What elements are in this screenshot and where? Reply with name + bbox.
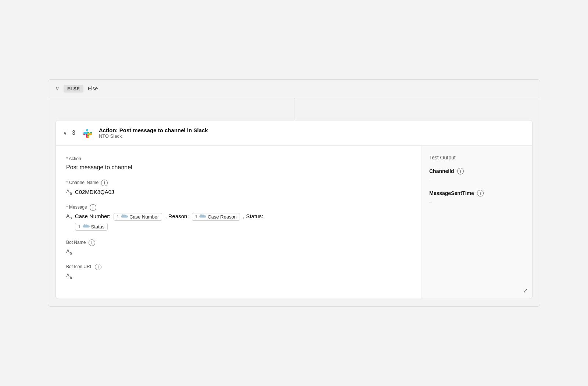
bot-icon-url-aa-icon: Aa [66,273,72,279]
card-subtitle: NTO Slack [99,133,208,139]
else-chevron[interactable]: ∨ [55,86,59,91]
action-label: * Action [66,156,411,161]
pill-case-number-label: Case Number [129,214,159,220]
bot-icon-url-info-icon[interactable]: i [95,264,101,270]
else-badge: ELSE [64,85,83,93]
channel-name-label: * Channel Name i [66,180,411,186]
pill-case-reason-num: 1 [195,214,198,219]
message-label: * Message i [66,204,411,211]
pill-status-num: 1 [78,224,81,229]
message-sent-time-value: – [429,199,525,205]
salesforce-cloud-icon-2 [199,214,206,219]
connector-line [294,98,294,120]
bot-name-label: Bot Name i [66,239,411,246]
bot-icon-url-label: Bot Icon URL i [66,264,411,270]
bot-name-aa-icon: Aa [66,248,72,255]
pill-status-label: Status [91,224,105,230]
message-case-number-prefix: Case Number: [75,213,111,219]
pill-case-reason-label: Case Reason [208,214,237,220]
pill-case-reason[interactable]: 1 Case Reason [192,213,240,221]
slack-icon [80,126,94,140]
salesforce-cloud-icon-3 [82,224,90,229]
bot-name-info-icon[interactable]: i [89,239,95,246]
pill-case-number[interactable]: 1 Case Number [114,213,162,221]
message-status-prefix: , Status: [243,213,263,219]
salesforce-cloud-icon [121,214,128,219]
card-chevron[interactable]: ∨ [63,130,67,136]
message-info-icon[interactable]: i [90,204,96,211]
expand-icon[interactable]: ⤢ [523,287,528,294]
action-value: Post message to channel [66,164,411,171]
channel-id-value: – [429,177,525,183]
channel-name-info-icon[interactable]: i [101,180,108,186]
pill-case-number-num: 1 [117,214,119,219]
else-label: Else [88,86,98,91]
channel-id-info-icon[interactable]: i [457,168,464,174]
pill-status[interactable]: 1 Status [75,223,108,231]
channel-name-aa-icon: Aa [66,188,72,195]
channel-id-field-name: ChannelId i [429,168,525,174]
card-title: Action: Post message to channel in Slack [99,127,208,133]
channel-name-value: C02MDK8QA0J [75,189,114,195]
message-sent-time-field-name: MessageSentTime i [429,190,525,196]
message-sent-time-info-icon[interactable]: i [477,190,484,196]
test-output-title: Test Output [429,155,525,160]
message-aa-icon: Aa [66,213,72,220]
message-reason-prefix: , Reason: [165,213,189,219]
step-number: 3 [72,130,75,136]
